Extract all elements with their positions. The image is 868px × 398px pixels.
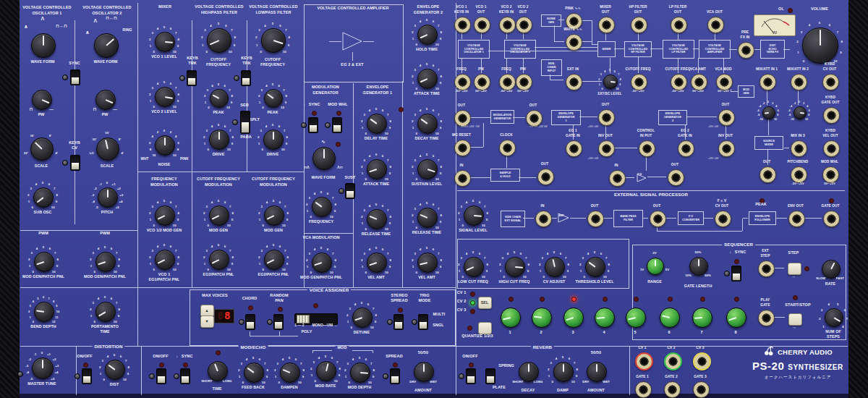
- small-knob[interactable]: [501, 308, 521, 328]
- control-in-put-jack[interactable]: [639, 140, 655, 157]
- toggle-switch[interactable]: [273, 314, 284, 330]
- out-jack[interactable]: [760, 166, 776, 183]
- panel-line: [535, 47, 597, 48]
- cv-2-jack[interactable]: [664, 352, 682, 371]
- eg-1-gate-in-jack[interactable]: [566, 140, 582, 157]
- out-jack[interactable]: [668, 169, 684, 186]
- pw-jack[interactable]: [516, 74, 532, 90]
- kybd-gate-out-jack[interactable]: [823, 107, 840, 124]
- mix-in-3-jack[interactable]: [791, 140, 807, 157]
- in-jack[interactable]: [454, 170, 471, 187]
- out-jack[interactable]: [526, 110, 542, 127]
- inv-out-jack[interactable]: [598, 140, 615, 157]
- ext-step-jack[interactable]: [758, 261, 775, 277]
- play-gate-jack[interactable]: [758, 310, 775, 326]
- toggle-switch[interactable]: [485, 368, 495, 384]
- ext-in-jack[interactable]: [566, 74, 582, 90]
- toggle-switch[interactable]: [418, 314, 428, 330]
- out-jack[interactable]: [718, 109, 735, 126]
- vca-amt-jack[interactable]: [691, 74, 707, 90]
- pw-jack[interactable]: [474, 74, 490, 90]
- toggle-switch[interactable]: [393, 314, 404, 330]
- vca-out-jack[interactable]: [707, 17, 724, 33]
- cutoff-freq-jack[interactable]: [671, 74, 687, 90]
- item-button[interactable]: ▼: [200, 316, 214, 328]
- num-of-steps-knob[interactable]: [825, 308, 843, 327]
- wave-form-knob[interactable]: [31, 33, 56, 58]
- gate-1-jack[interactable]: [635, 381, 652, 398]
- slider-handle[interactable]: [297, 315, 310, 323]
- toggle-switch[interactable]: [466, 368, 476, 384]
- vca-mod-jack[interactable]: [716, 74, 733, 90]
- out-jack[interactable]: [537, 169, 554, 185]
- toggle-switch[interactable]: [731, 266, 741, 281]
- gate-out-jack[interactable]: [823, 211, 840, 227]
- wave-form-knob[interactable]: [94, 33, 119, 58]
- small-knob[interactable]: [626, 308, 646, 328]
- out-jack[interactable]: [587, 211, 604, 227]
- vco-2-keyb-in-jack[interactable]: [499, 17, 516, 33]
- toggle-switch[interactable]: [332, 117, 342, 133]
- pre-fx-in-jack[interactable]: [738, 42, 754, 59]
- out-jack[interactable]: [598, 109, 615, 126]
- in-jack[interactable]: [535, 211, 552, 227]
- push-button[interactable]: [788, 263, 801, 275]
- push-button[interactable]: [788, 313, 802, 326]
- vco-2-out-jack[interactable]: [516, 17, 532, 33]
- gate-2-jack[interactable]: [664, 381, 681, 398]
- out-jack[interactable]: [454, 110, 471, 127]
- vco-1-keyb-in-jack[interactable]: [454, 17, 471, 33]
- toggle-switch[interactable]: [308, 117, 318, 133]
- toggle-switch[interactable]: [345, 183, 355, 199]
- toggle-switch[interactable]: [187, 70, 197, 86]
- f-v-cv-out-jack[interactable]: [715, 211, 731, 227]
- toggle-switch[interactable]: [390, 368, 400, 384]
- small-knob[interactable]: [726, 308, 746, 328]
- toggle-switch[interactable]: [180, 368, 190, 384]
- sel-button[interactable]: SEL: [478, 297, 492, 309]
- small-knob[interactable]: [563, 308, 584, 328]
- mg-reset-jack[interactable]: [454, 140, 471, 156]
- env-out-jack[interactable]: [788, 211, 805, 227]
- pitchbend-jack[interactable]: [791, 166, 807, 183]
- toggle-switch[interactable]: [70, 69, 80, 85]
- toggle-switch[interactable]: [70, 155, 80, 171]
- mixer-out-jack[interactable]: [598, 17, 615, 33]
- small-knob[interactable]: [692, 308, 712, 328]
- out-jack[interactable]: [650, 211, 666, 227]
- item-button[interactable]: ▲: [200, 305, 214, 317]
- toggle-switch[interactable]: [82, 368, 92, 384]
- inv-out-jack[interactable]: [718, 140, 735, 157]
- clock-jack[interactable]: [499, 140, 516, 156]
- vco-1-out-jack[interactable]: [474, 17, 490, 33]
- kybd-cv-out-jack[interactable]: [822, 74, 839, 90]
- freq-jack[interactable]: [454, 74, 471, 90]
- eg-2-gate-in-jack[interactable]: [678, 140, 694, 157]
- in-jack[interactable]: [609, 170, 626, 187]
- freq-jack[interactable]: [499, 74, 516, 90]
- hp-filter-out-jack[interactable]: [631, 17, 647, 33]
- bend-depth-knob[interactable]: [34, 302, 54, 322]
- mix-att-in-1-jack[interactable]: [760, 74, 776, 90]
- toggle-switch[interactable]: [241, 70, 251, 86]
- cv-1-jack[interactable]: [635, 352, 653, 371]
- small-knob[interactable]: [595, 308, 615, 328]
- lp-filter-out-jack[interactable]: [671, 17, 687, 33]
- mod-whl-jack[interactable]: [822, 166, 839, 183]
- mix-att-in-2-jack[interactable]: [791, 74, 807, 90]
- white-jack[interactable]: [566, 34, 582, 51]
- cutoff-freq-jack[interactable]: [631, 74, 647, 90]
- kybd-vel-out-jack[interactable]: [823, 140, 840, 157]
- gate-3-jack[interactable]: [693, 381, 710, 398]
- scale-knob[interactable]: [96, 137, 119, 161]
- range-knob[interactable]: [647, 258, 664, 275]
- toggle-switch[interactable]: [245, 314, 255, 330]
- toggle-switch[interactable]: [156, 368, 166, 384]
- small-knob[interactable]: [660, 308, 680, 328]
- scale-knob[interactable]: [30, 137, 54, 161]
- wave-form-knob[interactable]: [312, 147, 336, 170]
- cv-3-jack[interactable]: [693, 352, 711, 371]
- toggle-switch[interactable]: [240, 111, 250, 134]
- push-button[interactable]: [478, 322, 492, 334]
- small-knob[interactable]: [532, 308, 552, 328]
